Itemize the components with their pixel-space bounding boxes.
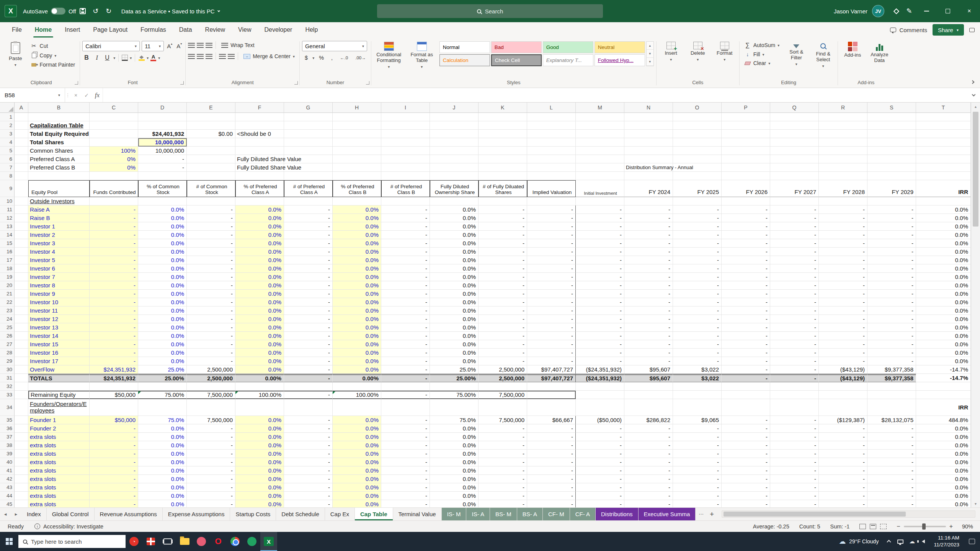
cell-S29[interactable]: - — [867, 357, 916, 365]
cell-F23[interactable]: 0.0% — [235, 306, 284, 315]
cell-Q6[interactable] — [770, 155, 819, 163]
cell-K44[interactable]: - — [479, 492, 527, 500]
cell-I12[interactable]: - — [381, 214, 430, 222]
cell-P36[interactable]: - — [722, 424, 770, 433]
cell-J37[interactable]: 0.0% — [430, 433, 479, 441]
cell-C33[interactable]: $50,000 — [90, 391, 138, 399]
cell-D21[interactable]: 0.0% — [138, 290, 187, 298]
cell-L24[interactable]: - — [527, 315, 576, 323]
name-box[interactable]: B58 ▾ — [0, 88, 65, 102]
gallery-down-icon[interactable]: ▾ — [647, 50, 653, 58]
cell-J11[interactable]: 0.0% — [430, 205, 479, 214]
cell-L27[interactable]: - — [527, 340, 576, 349]
cell-G12[interactable]: - — [284, 214, 333, 222]
cell-I44[interactable]: - — [381, 492, 430, 500]
cell-G41[interactable]: - — [284, 466, 333, 475]
cell-B5[interactable]: Common Shares — [28, 147, 90, 155]
cell-R43[interactable]: - — [819, 483, 867, 492]
cell-F24[interactable]: 0.0% — [235, 315, 284, 323]
clear-button[interactable]: Clear▾ — [742, 59, 782, 67]
insert-cells-button[interactable]: Insert▾ — [659, 40, 683, 62]
cell-C32[interactable] — [90, 382, 138, 391]
cell-E22[interactable]: - — [187, 298, 235, 306]
cell-D27[interactable]: 0.0% — [138, 340, 187, 349]
cell-D45[interactable]: 0.0% — [138, 500, 187, 507]
sheet-tab-index[interactable]: Index — [21, 508, 47, 520]
cell-A37[interactable] — [15, 433, 28, 441]
cell-R38[interactable]: - — [819, 441, 867, 450]
cell-R41[interactable]: - — [819, 466, 867, 475]
cell-N31[interactable]: $95,607 — [624, 374, 673, 382]
cell-N11[interactable]: - — [624, 205, 673, 214]
row-header-22[interactable]: 22 — [0, 298, 15, 306]
cell-K21[interactable]: - — [479, 290, 527, 298]
cell-H16[interactable]: 0.0% — [333, 248, 381, 256]
cell-L11[interactable]: - — [527, 205, 576, 214]
cell-C18[interactable]: - — [90, 264, 138, 273]
cell-T7[interactable] — [916, 163, 971, 172]
cell-G45[interactable]: - — [284, 500, 333, 507]
cell-H4[interactable] — [333, 138, 381, 147]
cell-K27[interactable]: - — [479, 340, 527, 349]
sort-filter-button[interactable]: Sort & Filter▾ — [784, 40, 808, 66]
cell-A20[interactable] — [15, 281, 28, 290]
cell-Q8[interactable] — [770, 172, 819, 180]
cell-Q20[interactable]: - — [770, 281, 819, 290]
cell-I24[interactable]: - — [381, 315, 430, 323]
cell-C13[interactable]: - — [90, 222, 138, 231]
cell-M26[interactable]: - — [576, 332, 624, 340]
sheet-tab-executive-summa[interactable]: Executive Summa — [639, 508, 696, 520]
cell-C15[interactable]: - — [90, 239, 138, 248]
cell-F13[interactable]: 0.0% — [235, 222, 284, 231]
cell-B6[interactable]: Preferred Class A — [28, 155, 90, 163]
cell-S24[interactable]: - — [867, 315, 916, 323]
cell-B26[interactable]: Investor 14 — [28, 332, 90, 340]
row-header-15[interactable]: 15 — [0, 239, 15, 248]
pc-status-icon[interactable] — [895, 532, 906, 551]
row-header-2[interactable]: 2 — [0, 121, 15, 130]
cell-S10[interactable] — [867, 197, 916, 205]
cell-C22[interactable]: - — [90, 298, 138, 306]
app-icon-pink[interactable] — [193, 532, 210, 551]
undo-icon[interactable]: ↺ — [90, 7, 101, 15]
cell-N8[interactable] — [624, 172, 673, 180]
cell-Q28[interactable]: - — [770, 349, 819, 357]
cell-K25[interactable]: - — [479, 323, 527, 332]
cell-R45[interactable]: - — [819, 500, 867, 507]
cell-K29[interactable]: - — [479, 357, 527, 365]
cell-O36[interactable]: - — [673, 424, 722, 433]
cell-R18[interactable]: - — [819, 264, 867, 273]
cell-L32[interactable] — [527, 382, 576, 391]
cell-O13[interactable]: - — [673, 222, 722, 231]
cell-style-bad[interactable]: Bad — [491, 41, 542, 53]
cell-S30[interactable]: $9,377,358 — [867, 365, 916, 374]
user-name[interactable]: Jason Varner — [834, 8, 867, 15]
cell-L18[interactable]: - — [527, 264, 576, 273]
cell-L13[interactable]: - — [527, 222, 576, 231]
cell-L29[interactable]: - — [527, 357, 576, 365]
cell-B39[interactable]: extra slots — [28, 450, 90, 458]
cell-O37[interactable]: - — [673, 433, 722, 441]
sheet-tab-debt-schedule[interactable]: Debt Schedule — [276, 508, 325, 520]
column-header-C[interactable]: C — [90, 103, 138, 113]
cell-D26[interactable]: 0.0% — [138, 332, 187, 340]
cell-C39[interactable]: - — [90, 450, 138, 458]
cell-P16[interactable]: - — [722, 248, 770, 256]
cell-I45[interactable]: - — [381, 500, 430, 507]
cell-Q34[interactable] — [770, 399, 819, 416]
cell-H5[interactable] — [333, 147, 381, 155]
column-header-K[interactable]: K — [479, 103, 527, 113]
cell-T18[interactable]: 0.0% — [916, 264, 971, 273]
cell-S43[interactable]: - — [867, 483, 916, 492]
cell-O39[interactable]: - — [673, 450, 722, 458]
cell-E6[interactable] — [187, 155, 235, 163]
cell-J32[interactable] — [430, 382, 479, 391]
cell-F25[interactable]: 0.0% — [235, 323, 284, 332]
cell-D11[interactable]: 0.0% — [138, 205, 187, 214]
cell-K9[interactable]: # of Fully Diluated Shares — [479, 180, 527, 197]
cell-C9[interactable]: Funds Contributed — [90, 180, 138, 197]
cell-F27[interactable]: 0.0% — [235, 340, 284, 349]
cell-B9[interactable]: Equity Pool — [28, 180, 90, 197]
chrome-icon[interactable] — [227, 532, 243, 551]
cell-J16[interactable]: 0.0% — [430, 248, 479, 256]
